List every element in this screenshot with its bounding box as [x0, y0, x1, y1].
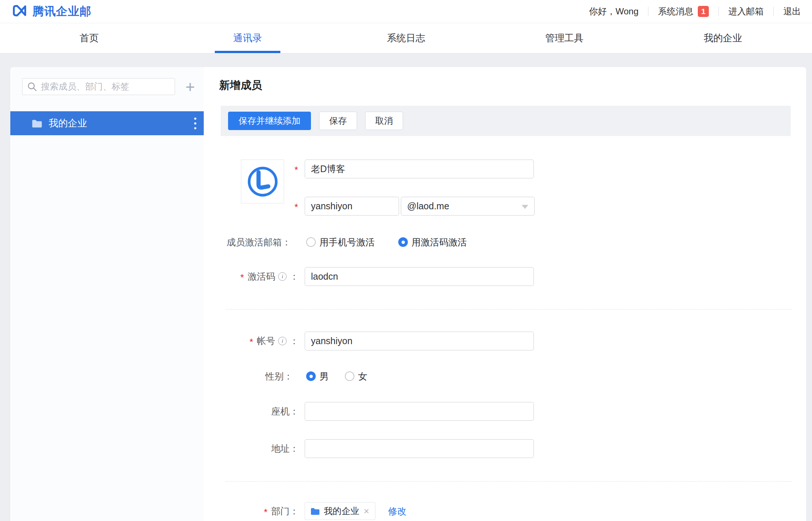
exmail-admin-page: 腾讯企业邮 你好，Wong 系统消息 1 进入邮箱 退出 首页 通讯录 系统日志	[0, 0, 812, 521]
more-options-icon[interactable]	[192, 115, 199, 132]
radio-activate-by-code[interactable]: 用激活码激活	[398, 236, 467, 248]
phone-label: 座机：	[271, 405, 299, 417]
gender-row: 性别： 男 女	[204, 370, 367, 382]
radio-icon	[345, 371, 354, 381]
search-input[interactable]	[41, 81, 170, 92]
account-label: 帐号	[257, 335, 275, 347]
radio-gender-female[interactable]: 女	[345, 370, 367, 382]
required-mark: *	[294, 163, 298, 175]
department-label: 部门：	[271, 505, 299, 517]
radio-label: 男	[319, 370, 329, 382]
top-bar-right: 你好，Wong 系统消息 1 进入邮箱 退出	[589, 6, 801, 17]
email-row: * @laod.me	[204, 197, 535, 216]
tab-my-company[interactable]: 我的企业	[644, 23, 802, 53]
system-message-link[interactable]: 系统消息 1	[658, 6, 709, 17]
department-row: * 部门： 我的企业 × 修改	[204, 502, 406, 520]
exmail-logo-icon	[11, 3, 28, 20]
search-icon	[27, 81, 37, 92]
address-row: 地址：	[204, 439, 534, 458]
department-tag-label: 我的企业	[324, 505, 359, 517]
address-label: 地址：	[271, 443, 299, 455]
chevron-down-icon	[522, 205, 528, 209]
main-nav: 首页 通讯录 系统日志 管理工具 我的企业	[0, 23, 812, 53]
required-mark: *	[249, 335, 253, 347]
divider	[648, 7, 648, 16]
page-title: 新增成员	[219, 78, 262, 93]
tab-home[interactable]: 首页	[10, 23, 168, 53]
brand[interactable]: 腾讯企业邮	[11, 3, 91, 20]
modify-department-link[interactable]: 修改	[388, 505, 406, 517]
colon: ：	[290, 270, 299, 283]
section-divider	[225, 309, 792, 310]
section-divider	[225, 481, 792, 482]
save-button[interactable]: 保存	[319, 112, 357, 130]
top-bar: 腾讯企业邮 你好，Wong 系统消息 1 进入邮箱 退出	[0, 0, 812, 23]
folder-icon	[31, 119, 43, 128]
info-icon[interactable]: i	[278, 337, 287, 345]
phone-input[interactable]	[305, 402, 534, 421]
name-row: *	[204, 160, 534, 178]
colon: ：	[290, 335, 299, 347]
activation-label: 成员激活邮箱：	[227, 236, 291, 248]
address-input[interactable]	[305, 439, 534, 458]
required-mark: *	[240, 271, 244, 282]
domain-select[interactable]: @laod.me	[401, 197, 535, 216]
divider	[718, 7, 719, 16]
member-name-input[interactable]	[305, 160, 534, 178]
email-account-input[interactable]	[305, 197, 399, 216]
user-greeting: 你好，Wong	[589, 6, 638, 17]
sidebar-item-my-company[interactable]: 我的企业	[10, 111, 204, 135]
activation-row: 成员激活邮箱： 用手机号激活 用激活码激活	[204, 236, 467, 248]
tab-contacts[interactable]: 通讯录	[168, 23, 327, 53]
message-count-badge: 1	[698, 6, 709, 17]
folder-icon	[310, 507, 320, 515]
contacts-sidebar: + 我的企业	[10, 67, 204, 521]
radio-icon	[306, 371, 316, 381]
close-icon[interactable]: ×	[363, 506, 370, 516]
account-input[interactable]	[305, 332, 534, 350]
department-tag: 我的企业 ×	[305, 502, 375, 520]
account-row: * 帐号 i ：	[204, 332, 534, 350]
radio-activate-by-phone[interactable]: 用手机号激活	[306, 236, 375, 248]
info-icon[interactable]: i	[278, 272, 287, 281]
phone-row: 座机：	[204, 402, 534, 421]
brand-name: 腾讯企业邮	[32, 4, 91, 19]
activation-code-row: * 激活码 i ：	[204, 267, 534, 286]
tab-system-log[interactable]: 系统日志	[327, 23, 485, 53]
activation-code-input[interactable]	[305, 267, 534, 286]
search-box[interactable]	[22, 78, 175, 95]
radio-icon	[398, 237, 408, 247]
enter-mailbox-link[interactable]: 进入邮箱	[728, 6, 764, 17]
required-mark: *	[294, 200, 298, 212]
system-message-label: 系统消息	[658, 6, 693, 17]
radio-label: 用手机号激活	[319, 236, 375, 248]
required-mark: *	[264, 506, 267, 517]
cancel-button[interactable]: 取消	[365, 112, 403, 130]
gender-label: 性别：	[265, 370, 293, 382]
add-icon[interactable]: +	[181, 77, 200, 97]
tab-admin-tools[interactable]: 管理工具	[485, 23, 644, 53]
sidebar-item-label: 我的企业	[49, 117, 87, 130]
radio-gender-male[interactable]: 男	[306, 370, 329, 382]
add-member-panel: 新增成员 保存并继续添加 保存 取消 * * @laod.me	[204, 67, 806, 521]
radio-label: 女	[358, 370, 367, 382]
radio-icon	[306, 237, 316, 247]
divider	[773, 7, 774, 16]
save-and-continue-button[interactable]: 保存并继续添加	[228, 112, 311, 130]
radio-label: 用激活码激活	[412, 236, 467, 248]
activation-code-label: 激活码	[248, 270, 275, 283]
domain-select-value: @laod.me	[407, 201, 449, 211]
logout-link[interactable]: 退出	[783, 6, 801, 17]
action-toolbar: 保存并继续添加 保存 取消	[221, 106, 791, 136]
